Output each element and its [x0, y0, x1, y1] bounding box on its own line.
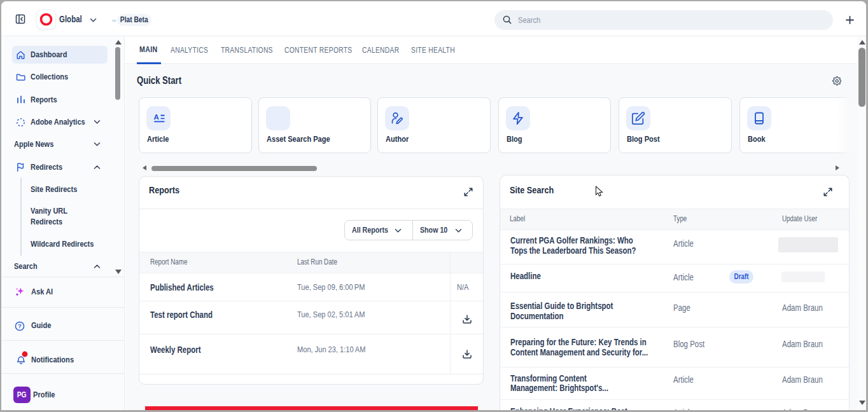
svg-text:A: A — [154, 114, 159, 121]
svg-text:?: ? — [18, 322, 22, 329]
